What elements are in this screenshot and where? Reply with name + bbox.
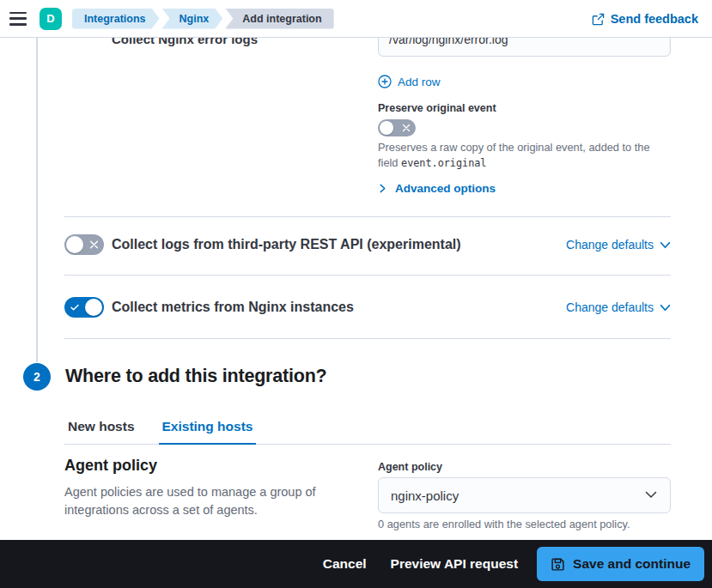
breadcrumb-add-integration: Add integration <box>225 9 333 29</box>
divider <box>64 275 671 276</box>
cross-icon <box>402 124 411 132</box>
save-icon <box>551 557 565 572</box>
host-tabs: New hosts Existing hosts <box>64 415 671 445</box>
save-and-continue-button[interactable]: Save and continue <box>537 547 704 581</box>
check-icon <box>70 302 80 312</box>
collect-logs-change-defaults[interactable]: Change defaults <box>566 238 671 252</box>
preserve-original-event-toggle[interactable] <box>378 119 416 136</box>
collect-metrics-row: Collect metrics from Nginx instances Cha… <box>64 288 671 326</box>
send-feedback-link[interactable]: Send feedback <box>592 0 698 38</box>
tab-existing-hosts[interactable]: Existing hosts <box>159 415 257 445</box>
breadcrumb-nginx[interactable]: Nginx <box>162 9 223 29</box>
collect-metrics-toggle[interactable] <box>64 297 104 318</box>
deployment-logo[interactable]: D <box>40 8 62 30</box>
save-and-continue-label: Save and continue <box>573 556 691 572</box>
external-link-icon <box>592 13 605 26</box>
toggle-thumb <box>380 121 393 135</box>
advanced-options-toggle[interactable]: Advanced options <box>378 182 496 195</box>
plus-circle-icon <box>378 75 392 88</box>
add-row-button[interactable]: Add row <box>378 75 441 88</box>
collect-metrics-label: Collect metrics from Nginx instances <box>112 300 354 315</box>
divider <box>64 338 671 339</box>
preserve-original-event-label: Preserve original event <box>378 102 496 114</box>
agent-policy-select[interactable]: nginx-policy <box>378 477 671 513</box>
breadcrumb: Integrations Nginx Add integration <box>72 9 337 29</box>
preview-api-request-button[interactable]: Preview API request <box>391 556 518 572</box>
cancel-button[interactable]: Cancel <box>323 556 367 572</box>
agent-policy-section-title: Agent policy <box>64 457 157 475</box>
preserve-original-event-help: Preserves a raw copy of the original eve… <box>378 140 663 170</box>
collect-logs-toggle[interactable] <box>64 234 104 255</box>
step-2-title: Where to add this integration? <box>65 366 327 387</box>
agent-policy-selected-value: nginx-policy <box>391 488 459 503</box>
step-connector-line <box>36 38 38 362</box>
toggle-thumb <box>66 236 83 253</box>
send-feedback-label: Send feedback <box>611 12 698 26</box>
tab-new-hosts[interactable]: New hosts <box>64 415 138 444</box>
chevron-right-icon <box>378 184 387 193</box>
agent-policy-section-description: Agent policies are used to manage a grou… <box>64 483 339 518</box>
app-header: D Integrations Nginx Add integration Sen… <box>0 0 712 38</box>
add-row-label: Add row <box>398 76 441 88</box>
divider <box>64 216 671 217</box>
breadcrumb-integrations[interactable]: Integrations <box>72 9 160 29</box>
toggle-thumb <box>85 299 102 316</box>
advanced-options-label: Advanced options <box>395 182 496 195</box>
chevron-down-icon <box>660 239 671 251</box>
change-defaults-label: Change defaults <box>566 300 654 314</box>
change-defaults-label: Change defaults <box>566 238 654 252</box>
menu-icon[interactable] <box>9 12 27 26</box>
step-2-number-badge: 2 <box>23 363 51 391</box>
cross-icon <box>89 240 99 250</box>
agent-policy-help-text: 0 agents are enrolled with the selected … <box>378 518 630 530</box>
collect-logs-row: Collect logs from third-party REST API (… <box>64 226 671 264</box>
chevron-down-icon <box>660 302 671 313</box>
collect-metrics-change-defaults[interactable]: Change defaults <box>566 300 671 314</box>
chevron-down-icon <box>644 488 658 504</box>
agent-policy-field-label: Agent policy <box>378 461 442 473</box>
event-original-code: event.original <box>401 157 486 169</box>
bottom-action-bar: Cancel Preview API request Save and cont… <box>0 540 712 588</box>
collect-logs-label: Collect logs from third-party REST API (… <box>112 237 461 252</box>
